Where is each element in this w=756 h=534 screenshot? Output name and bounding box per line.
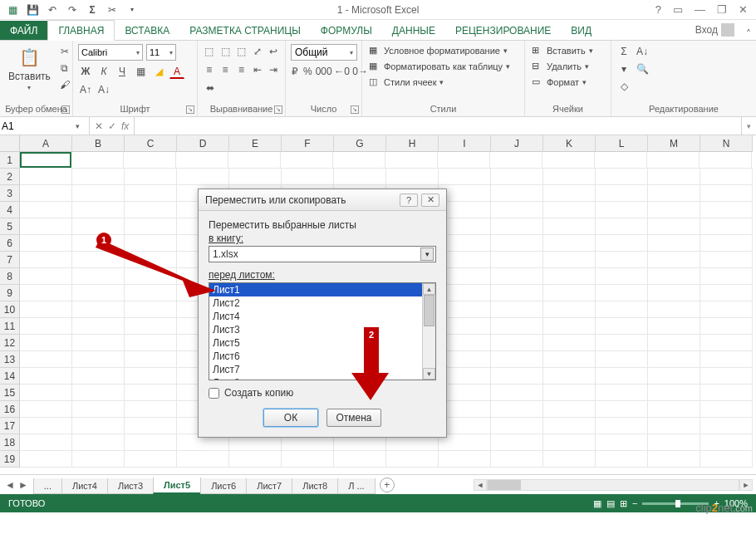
cell[interactable] — [125, 368, 177, 385]
cell[interactable] — [125, 252, 177, 268]
cell[interactable] — [333, 152, 385, 169]
cell[interactable] — [72, 218, 125, 235]
cell[interactable] — [281, 152, 333, 169]
row-header[interactable]: 17 — [0, 418, 20, 434]
cell[interactable] — [596, 434, 648, 451]
bold-icon[interactable]: Ж — [78, 64, 93, 79]
cell[interactable] — [491, 252, 543, 268]
undo-icon[interactable]: ↶ — [47, 4, 58, 16]
listbox-scrollbar[interactable]: ▲ ▼ — [422, 283, 435, 380]
insert-cells-button[interactable]: ⊞Вставить▾ — [530, 44, 606, 57]
ok-button[interactable]: ОК — [263, 409, 318, 427]
sign-in[interactable]: Вход — [689, 20, 741, 40]
cell[interactable] — [596, 235, 648, 252]
cell[interactable] — [125, 318, 177, 335]
row-header[interactable]: 13 — [0, 351, 20, 368]
dialog-launcher-icon[interactable]: ↘ — [186, 105, 194, 114]
cell[interactable] — [20, 351, 72, 368]
cell[interactable] — [700, 351, 753, 368]
cell[interactable] — [700, 401, 753, 418]
cell[interactable] — [596, 401, 648, 418]
decrease-indent-icon[interactable]: ⇤ — [251, 62, 263, 77]
cell[interactable] — [648, 268, 700, 285]
cell[interactable] — [700, 418, 753, 434]
column-header[interactable]: M — [648, 135, 700, 152]
cell[interactable] — [125, 301, 177, 318]
cell[interactable] — [491, 235, 543, 252]
cell[interactable] — [20, 235, 72, 252]
cell[interactable] — [543, 202, 596, 218]
cell[interactable] — [20, 285, 72, 301]
cell[interactable] — [543, 218, 596, 235]
cell[interactable] — [229, 169, 282, 185]
cell[interactable] — [72, 434, 125, 451]
find-icon[interactable]: 🔍 — [635, 61, 650, 76]
dialog-close-icon[interactable]: ✕ — [421, 194, 439, 207]
cell[interactable] — [491, 202, 543, 218]
underline-icon[interactable]: Ч — [115, 64, 130, 79]
cell[interactable] — [700, 169, 753, 185]
column-header[interactable]: E — [229, 135, 282, 152]
cell[interactable] — [125, 218, 177, 235]
column-header[interactable]: F — [282, 135, 334, 152]
align-left-icon[interactable]: ≡ — [203, 62, 215, 77]
cut-icon[interactable]: ✂ — [106, 4, 118, 16]
cell[interactable] — [20, 385, 72, 401]
cell[interactable] — [596, 418, 648, 434]
sheet-tab[interactable]: Лист5 — [153, 478, 201, 494]
cell[interactable] — [20, 185, 72, 202]
sheet-listbox[interactable]: Лист1Лист2Лист4Лист3Лист5Лист6Лист7Лист8… — [209, 282, 436, 380]
cell[interactable] — [20, 202, 72, 218]
align-middle-icon[interactable]: ⬚ — [218, 44, 231, 59]
column-header[interactable]: K — [543, 135, 596, 152]
cell[interactable] — [334, 169, 386, 185]
align-center-icon[interactable]: ≡ — [218, 62, 231, 77]
dialog-help-icon[interactable]: ? — [400, 194, 418, 207]
cell[interactable] — [72, 169, 125, 185]
italic-icon[interactable]: К — [96, 64, 111, 79]
cell[interactable] — [125, 401, 177, 418]
row-header[interactable]: 9 — [0, 285, 20, 301]
font-name-combo[interactable]: Calibri▾ — [78, 44, 143, 61]
cell[interactable] — [596, 451, 648, 468]
name-box-input[interactable] — [2, 120, 70, 132]
cell[interactable] — [543, 351, 596, 368]
comma-icon[interactable]: 000 — [317, 64, 331, 79]
sheet-tab[interactable]: Лист6 — [200, 478, 247, 494]
list-item[interactable]: Лист4 — [209, 310, 422, 323]
column-header[interactable]: D — [177, 135, 229, 152]
cell[interactable] — [282, 451, 334, 468]
cell[interactable] — [20, 152, 71, 168]
currency-icon[interactable]: ₽ — [291, 64, 299, 79]
cell[interactable] — [20, 301, 72, 318]
cell[interactable] — [491, 169, 543, 185]
select-all-corner[interactable] — [0, 135, 20, 152]
cell[interactable] — [596, 218, 648, 235]
close-icon[interactable]: ✕ — [739, 3, 748, 16]
cell[interactable] — [125, 285, 177, 301]
sheet-tab[interactable]: Лист7 — [246, 478, 292, 494]
cell[interactable] — [700, 268, 753, 285]
cell[interactable] — [491, 401, 543, 418]
dialog-launcher-icon[interactable]: ↘ — [61, 105, 70, 114]
tab-data[interactable]: ДАННЫЕ — [382, 21, 445, 40]
cell[interactable] — [648, 418, 700, 434]
cell[interactable] — [20, 318, 72, 335]
cell[interactable] — [543, 301, 596, 318]
cell[interactable] — [648, 385, 700, 401]
cell[interactable] — [700, 252, 753, 268]
column-header[interactable]: B — [72, 135, 125, 152]
cell[interactable] — [72, 385, 125, 401]
cell[interactable] — [72, 351, 125, 368]
cell[interactable] — [386, 169, 439, 185]
cell[interactable] — [439, 451, 491, 468]
cell[interactable] — [386, 451, 439, 468]
cell[interactable] — [648, 169, 700, 185]
sheet-nav-prev-icon[interactable]: ◄ — [5, 479, 15, 491]
cell[interactable] — [596, 268, 648, 285]
cell[interactable] — [125, 235, 177, 252]
tab-file[interactable]: ФАЙЛ — [0, 21, 47, 40]
column-header[interactable]: G — [334, 135, 386, 152]
row-header[interactable]: 4 — [0, 202, 20, 218]
cell[interactable] — [282, 169, 334, 185]
